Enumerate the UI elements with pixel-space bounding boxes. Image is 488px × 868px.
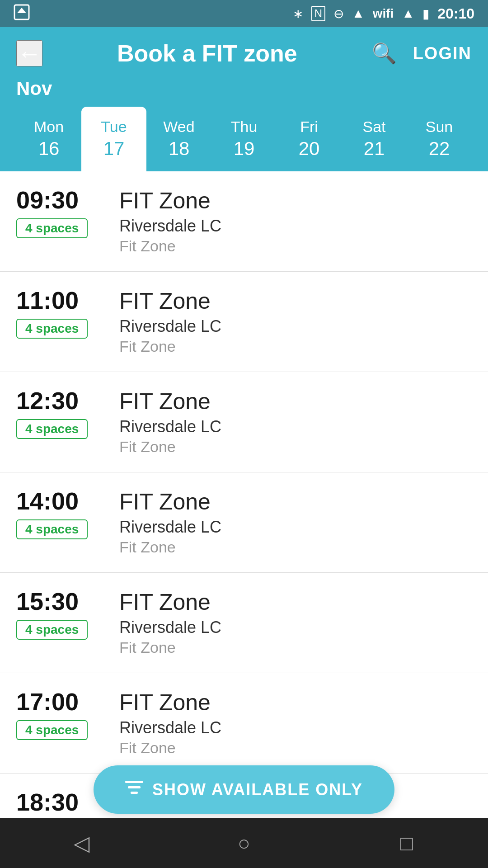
status-bar: ∗ N ⊖ ▲ wifi ▲ ▮ 20:10 xyxy=(0,0,488,27)
session-time: 11:00 xyxy=(16,288,79,312)
spaces-badge: 4 spaces xyxy=(16,218,88,238)
session-info-col: FIT Zone Riversdale LC Fit Zone xyxy=(119,388,221,456)
spaces-badge: 4 spaces xyxy=(16,519,88,539)
search-icon[interactable]: 🔍 xyxy=(372,42,397,65)
header: ← Book a FIT zone 🔍 LOGIN Nov Mon 16 Tue… xyxy=(0,27,488,171)
session-time: 12:30 xyxy=(16,388,79,413)
filter-icon xyxy=(125,780,143,799)
session-name: FIT Zone xyxy=(119,589,221,615)
session-type: Fit Zone xyxy=(119,538,221,556)
spaces-badge: 4 spaces xyxy=(16,720,88,740)
signal-icon: ▲ xyxy=(402,6,414,21)
session-name: FIT Zone xyxy=(119,489,221,515)
recent-nav-button[interactable]: □ xyxy=(389,825,425,861)
session-type: Fit Zone xyxy=(119,739,221,757)
bluetooth-icon: ∗ xyxy=(293,6,303,21)
month-label: Nov xyxy=(16,78,472,99)
session-time: 18:30 xyxy=(16,790,79,814)
session-time: 09:30 xyxy=(16,188,79,212)
session-time-col: 11:00 4 spaces xyxy=(16,288,107,339)
svg-rect-3 xyxy=(131,792,138,794)
home-nav-button[interactable]: ○ xyxy=(226,825,262,861)
session-info-col: FIT Zone Riversdale LC Fit Zone xyxy=(119,589,221,656)
session-info-col: FIT Zone Riversdale LC Fit Zone xyxy=(119,288,221,355)
session-time: 15:30 xyxy=(16,589,79,613)
session-time: 14:00 xyxy=(16,489,79,513)
session-location: Riversdale LC xyxy=(119,417,221,436)
day-tab-fri[interactable]: Fri 20 xyxy=(277,107,342,171)
svg-rect-2 xyxy=(128,786,141,788)
login-button[interactable]: LOGIN xyxy=(413,44,472,63)
session-name: FIT Zone xyxy=(119,188,221,214)
session-item-1530[interactable]: 15:30 4 spaces FIT Zone Riversdale LC Fi… xyxy=(0,573,488,673)
day-tab-thu[interactable]: Thu 19 xyxy=(211,107,277,171)
session-time: 17:00 xyxy=(16,689,79,714)
session-time-col: 12:30 4 spaces xyxy=(16,388,107,439)
session-type: Fit Zone xyxy=(119,338,221,355)
nfc-icon: N xyxy=(311,6,325,21)
show-available-button[interactable]: SHOW AVAILABLE ONLY xyxy=(94,765,394,814)
status-bar-icon xyxy=(14,4,30,24)
day-tab-mon[interactable]: Mon 16 xyxy=(16,107,81,171)
session-name: FIT Zone xyxy=(119,388,221,415)
page-title: Book a FIT zone xyxy=(117,40,297,67)
spaces-badge: 4 spaces xyxy=(16,419,88,439)
show-available-label: SHOW AVAILABLE ONLY xyxy=(152,780,363,799)
session-info-col: FIT Zone Riversdale LC Fit Zone xyxy=(119,188,221,255)
session-info-col: FIT Zone Riversdale LC Fit Zone xyxy=(119,689,221,757)
session-time-col: 14:00 4 spaces xyxy=(16,489,107,539)
session-time-col: 17:00 4 spaces xyxy=(16,689,107,740)
sessions-list: 09:30 4 spaces FIT Zone Riversdale LC Fi… xyxy=(0,171,488,868)
minus-circle-icon: ⊖ xyxy=(333,6,344,21)
header-top: ← Book a FIT zone 🔍 LOGIN xyxy=(16,40,472,67)
session-name: FIT Zone xyxy=(119,689,221,716)
day-tab-tue[interactable]: Tue 17 xyxy=(81,107,146,171)
day-tab-sat[interactable]: Sat 21 xyxy=(342,107,407,171)
day-tab-sun[interactable]: Sun 22 xyxy=(407,107,472,171)
session-info-col: FIT Zone Riversdale LC Fit Zone xyxy=(119,489,221,556)
session-time-col: 15:30 4 spaces xyxy=(16,589,107,640)
header-actions: 🔍 LOGIN xyxy=(372,42,472,65)
session-location: Riversdale LC xyxy=(119,317,221,336)
session-type: Fit Zone xyxy=(119,639,221,656)
session-item-1400[interactable]: 14:00 4 spaces FIT Zone Riversdale LC Fi… xyxy=(0,472,488,573)
spaces-badge: 4 spaces xyxy=(16,620,88,640)
session-location: Riversdale LC xyxy=(119,217,221,236)
session-name: FIT Zone xyxy=(119,288,221,314)
session-item-1230[interactable]: 12:30 4 spaces FIT Zone Riversdale LC Fi… xyxy=(0,372,488,472)
wifi-icon: ▲ xyxy=(352,6,365,21)
spaces-badge: 4 spaces xyxy=(16,319,88,339)
session-type: Fit Zone xyxy=(119,237,221,255)
session-item-1100[interactable]: 11:00 4 spaces FIT Zone Riversdale LC Fi… xyxy=(0,272,488,372)
clock: 20:10 xyxy=(437,5,474,22)
back-nav-button[interactable]: ◁ xyxy=(63,825,99,861)
session-time-col: 09:30 4 spaces xyxy=(16,188,107,238)
session-location: Riversdale LC xyxy=(119,718,221,737)
status-bar-right: ∗ N ⊖ ▲ wifi ▲ ▮ 20:10 xyxy=(293,5,474,22)
day-tabs: Mon 16 Tue 17 Wed 18 Thu 19 Fri 20 Sat 2… xyxy=(16,107,472,171)
session-type: Fit Zone xyxy=(119,438,221,456)
session-location: Riversdale LC xyxy=(119,518,221,537)
svg-rect-1 xyxy=(125,781,143,783)
session-item-1700[interactable]: 17:00 4 spaces FIT Zone Riversdale LC Fi… xyxy=(0,673,488,774)
battery-icon: ▮ xyxy=(422,6,429,21)
day-tab-wed[interactable]: Wed 18 xyxy=(146,107,211,171)
session-item-0930[interactable]: 09:30 4 spaces FIT Zone Riversdale LC Fi… xyxy=(0,171,488,272)
4g-label: wifi xyxy=(373,6,394,21)
bottom-nav: ◁ ○ □ xyxy=(0,818,488,868)
session-location: Riversdale LC xyxy=(119,618,221,637)
back-button[interactable]: ← xyxy=(16,40,42,66)
